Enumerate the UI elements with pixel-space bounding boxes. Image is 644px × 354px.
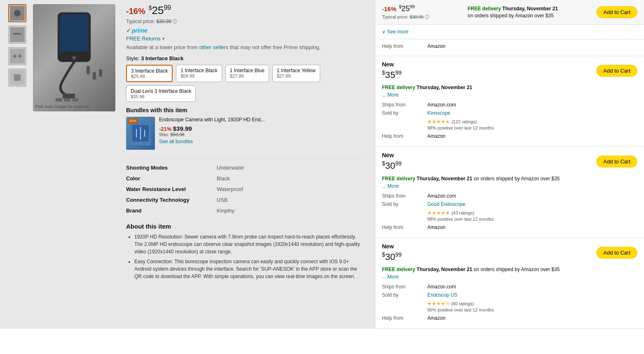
ratings-row: ★★★★★ (122 ratings)98% positive over las… bbox=[382, 118, 637, 131]
offer-seller-rows: Ships fromAmazon.comSold byKinoscope★★★★… bbox=[382, 102, 637, 139]
style-option-opt2[interactable]: 1 Interface Black$59.99 bbox=[176, 65, 222, 82]
offer-condition: New bbox=[382, 152, 402, 158]
ships-from-row: Ships fromAmazon.com bbox=[382, 284, 637, 290]
price-row: -16% $2599 bbox=[126, 4, 363, 17]
style-option-opt3[interactable]: 1 Interface Blue$27.89 bbox=[225, 65, 269, 82]
spec-value: USB bbox=[217, 197, 228, 203]
price-whole: 25 bbox=[152, 4, 164, 17]
bundle-was: Was: $50.98 bbox=[159, 132, 265, 137]
svg-rect-18 bbox=[99, 69, 102, 77]
free-returns[interactable]: FREE Returns ▾ bbox=[126, 35, 363, 42]
offer-seller-rows: Ships fromAmazon.comSold byGood Endoscop… bbox=[382, 193, 637, 230]
offer-price-left: New$3599 bbox=[382, 61, 402, 80]
offer-delivery-date: Thursday, November 21 bbox=[417, 267, 472, 272]
ships-from-row: Ships fromAmazon.com bbox=[382, 102, 637, 108]
offer-more-link[interactable]: ... More bbox=[382, 183, 399, 189]
rating-count: (43 ratings) bbox=[452, 210, 475, 215]
top-offer-price: -16% $2599 bbox=[382, 4, 429, 13]
top-info-icon[interactable]: ⓘ bbox=[425, 14, 429, 19]
product-details-panel: -16% $2599 Typical price: $30.99 ⓘ ✓ pri… bbox=[122, 4, 367, 283]
svg-point-11 bbox=[72, 56, 76, 60]
prime-row: ✓ prime bbox=[126, 27, 363, 34]
style-option-opt4[interactable]: 1 Interface Yellow$27.89 bbox=[272, 65, 320, 82]
style-option-price: $27.89 bbox=[230, 73, 265, 78]
top-add-to-cart-button[interactable]: Add to Cart bbox=[596, 6, 637, 18]
spec-key: Shooting Modes bbox=[126, 165, 217, 171]
bundle-thumbnail: 33% bbox=[126, 117, 155, 150]
sold-by-link[interactable]: Kinoscope bbox=[427, 110, 450, 116]
spec-table: Shooting ModesUnderwaterColorBlackWater … bbox=[126, 158, 363, 216]
stars: ★★★★½ bbox=[427, 301, 450, 307]
offer-delivery: FREE delivery Thursday, November 21... M… bbox=[382, 84, 637, 99]
stars: ★★★★★ bbox=[427, 210, 450, 216]
bundle-was-price: $50.98 bbox=[171, 132, 185, 137]
thumbnail-3[interactable] bbox=[8, 47, 26, 65]
style-option-name: 3 Interface Black bbox=[131, 68, 168, 74]
offer-condition: New bbox=[382, 243, 402, 250]
thumbnail-2[interactable] bbox=[8, 26, 26, 44]
offer-add-to-cart-button-2[interactable]: Add to Cart bbox=[596, 156, 637, 168]
ratings-row: ★★★★★ (43 ratings)98% positive over last… bbox=[382, 210, 637, 222]
top-offer-left: -16% $2599 Typical price: $30.99 ⓘ bbox=[382, 4, 429, 20]
spec-row: BrandKinpthy bbox=[126, 205, 363, 216]
top-delivery: FREE delivery Thursday, November 21 on o… bbox=[468, 5, 558, 19]
other-sellers-link[interactable]: other sellers bbox=[199, 44, 229, 50]
thumbnail-1[interactable] bbox=[8, 4, 26, 22]
style-options: 3 Interface Black$25.991 Interface Black… bbox=[126, 65, 363, 102]
offer-help-value: Amazon bbox=[427, 315, 445, 321]
offer-help-value: Amazon bbox=[427, 224, 445, 230]
offer-price-left: New$3099 bbox=[382, 152, 402, 171]
offer-add-to-cart-button-3[interactable]: Add to Cart bbox=[596, 247, 637, 259]
spec-row: Shooting ModesUnderwater bbox=[126, 163, 363, 173]
svg-rect-13 bbox=[56, 98, 62, 101]
offers-container: New$3599Add to CartFREE delivery Thursda… bbox=[375, 56, 644, 329]
offer-more-link[interactable]: ... More bbox=[382, 92, 399, 98]
offer-help-row: Help fromAmazon bbox=[382, 133, 637, 139]
offer-price: $3099 bbox=[382, 251, 402, 262]
top-typical-price: $30.99 bbox=[410, 14, 424, 19]
svg-rect-16 bbox=[87, 66, 90, 74]
spec-value: Black bbox=[217, 175, 230, 182]
offer-add-to-cart-button-1[interactable]: Add to Cart bbox=[596, 65, 637, 77]
offer-more-link[interactable]: ... More bbox=[382, 274, 399, 280]
sold-by-link[interactable]: Good Endoscope bbox=[427, 201, 466, 207]
svg-rect-10 bbox=[60, 14, 89, 52]
style-option-name: 1 Interface Black bbox=[180, 68, 217, 73]
style-option-price: $59.99 bbox=[180, 73, 217, 78]
svg-rect-4 bbox=[10, 49, 25, 64]
sold-by-link[interactable]: Endoscop US bbox=[427, 292, 457, 298]
svg-rect-12 bbox=[63, 94, 75, 99]
rating-pct: 90% positive over last 12 months bbox=[427, 307, 494, 312]
spec-key: Water Resistance Level bbox=[126, 186, 217, 192]
style-option-price: $35.98 bbox=[131, 94, 191, 99]
ratings-info: ★★★★½ (40 ratings)90% positive over last… bbox=[427, 300, 494, 313]
see-all-bundles-link[interactable]: See all bundles bbox=[159, 139, 265, 144]
rating-count: (40 ratings) bbox=[451, 301, 474, 306]
offer-delivery-condition: on orders shipped by Amazon over $35 bbox=[474, 176, 560, 182]
right-panel: -16% $2599 Typical price: $30.99 ⓘ FREE … bbox=[375, 0, 644, 329]
top-offer-bar: -16% $2599 Typical price: $30.99 ⓘ FREE … bbox=[375, 0, 644, 25]
offer-delivery-date: Thursday, November 21 bbox=[417, 85, 472, 90]
offer-block-2: New$3099Add to CartFREE delivery Thursda… bbox=[375, 147, 644, 238]
offer-help-key: Help from bbox=[382, 224, 427, 230]
offer-condition: New bbox=[382, 61, 402, 68]
sold-by-key: Sold by bbox=[382, 292, 427, 298]
ships-from-row: Ships fromAmazon.com bbox=[382, 193, 637, 199]
typical-info-icon[interactable]: ⓘ bbox=[173, 19, 177, 24]
offer-seller-rows: Ships fromAmazon.comSold byEndoscop US★★… bbox=[382, 284, 637, 321]
bundle-name: Endoscope Camera with Light, 1920P HD En… bbox=[159, 117, 265, 123]
style-option-opt1[interactable]: 3 Interface Black$25.99 bbox=[126, 65, 173, 82]
main-product-image: Roll over image to zoom in bbox=[33, 4, 115, 111]
thumbnail-strip bbox=[8, 4, 26, 283]
style-option-opt5[interactable]: Dual-Lens 3 Interface Black$35.98 bbox=[126, 85, 196, 102]
offer-price-left: New$3099 bbox=[382, 243, 402, 262]
top-discount: -16% bbox=[382, 5, 396, 12]
product-image-area: Roll over image to zoom in -16% $2599 Ty… bbox=[8, 4, 367, 283]
offer-help-key: Help from bbox=[382, 315, 427, 321]
thumbnail-4[interactable] bbox=[8, 68, 26, 87]
bundle-discount-badge: 33% bbox=[128, 118, 138, 123]
help-row-top: Help from Amazon bbox=[375, 39, 644, 56]
see-more-button[interactable]: ∨ See more bbox=[382, 27, 637, 36]
svg-rect-14 bbox=[64, 98, 70, 101]
offer-free-delivery: FREE delivery bbox=[382, 267, 415, 272]
